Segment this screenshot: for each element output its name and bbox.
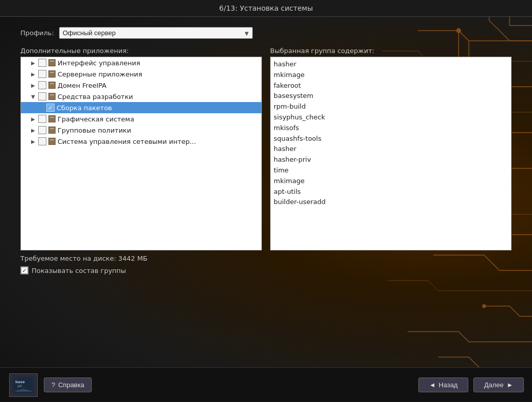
tree-item-pkgbuild[interactable]: ✓ Сборка пакетов <box>21 102 261 113</box>
expand-arrow-gui: ▶ <box>31 116 38 122</box>
pkg-icon-netmgmt <box>48 138 56 145</box>
item-text-pkgbuild: Сборка пакетов <box>57 104 112 112</box>
help-button[interactable]: ? Справка <box>44 378 92 392</box>
package-item: mkimage <box>273 70 509 81</box>
tree-item-netmgmt[interactable]: ▶ Система управления сетевыми интер... <box>21 136 261 147</box>
package-item: builder-useradd <box>273 197 509 208</box>
profile-select[interactable]: Офисный сервер Рабочая станция Сервер <box>59 27 253 39</box>
expand-arrow-mgmt: ▶ <box>31 60 38 66</box>
checkbox-pkgbuild: ✓ <box>46 104 55 112</box>
tree-item-mgmt[interactable]: ▶ Интерфейс управления <box>21 57 261 68</box>
checkbox-grouppol <box>38 126 46 134</box>
tree-item-gui[interactable]: ▶ Графическая система <box>21 113 261 124</box>
expand-arrow-freeipa: ▶ <box>31 83 38 88</box>
pkg-icon-mgmt <box>48 59 56 66</box>
tree-item-devtools[interactable]: ▼ Средства разработки <box>21 91 261 102</box>
tree-item-grouppol[interactable]: ▶ Групповые политики <box>21 124 261 136</box>
checkbox-gui <box>38 115 46 123</box>
columns-wrapper: Дополнительные приложения: ▶ Интерфейс у… <box>20 47 512 250</box>
checkbox-mgmt <box>38 59 46 67</box>
package-item: mkimage <box>273 176 509 187</box>
expand-arrow-devtools: ▼ <box>31 94 38 99</box>
svg-text:base: base <box>15 380 25 384</box>
package-item: fakeroot <box>273 81 509 91</box>
package-item: rpm-build <box>273 102 509 112</box>
item-text-devtools: Средства разработки <box>58 93 133 100</box>
right-panel: Выбранная группа содержит: hashermkimage… <box>270 47 512 250</box>
title-bar: 6/13: Установка системы <box>0 0 532 17</box>
left-panel: Дополнительные приложения: ▶ Интерфейс у… <box>20 47 262 250</box>
show-group-checkbox[interactable]: ✓ <box>20 266 29 274</box>
pkg-icon-freeipa <box>48 82 56 89</box>
package-item: hasher <box>273 144 509 155</box>
item-text-grouppol: Групповые политики <box>58 127 131 134</box>
disk-space-text: Требуемое место на диске: 3442 МБ <box>20 255 147 262</box>
item-text-gui: Графическая система <box>58 115 134 123</box>
help-icon: ? <box>51 381 55 389</box>
show-group-row: ✓ Показывать состав группы <box>20 266 512 274</box>
tree-item-srv[interactable]: ▶ Серверные приложения <box>21 68 261 80</box>
package-item: basesystem <box>273 91 509 102</box>
logo-area: base alt <box>8 372 39 398</box>
next-label: Далее <box>484 381 503 389</box>
checkbox-freeipa <box>38 81 46 89</box>
tree-list[interactable]: ▶ Интерфейс управления ▶ Серверные прило… <box>20 57 262 250</box>
selected-group-label: Выбранная группа содержит: <box>270 47 512 55</box>
item-text-netmgmt: Система управления сетевыми интер... <box>58 138 196 145</box>
window-title: 6/13: Установка системы <box>219 4 313 12</box>
back-label: Назад <box>439 381 458 389</box>
next-button[interactable]: Далее ► <box>473 378 524 392</box>
svg-text:alt: alt <box>17 384 22 388</box>
disk-space-row: Требуемое место на диске: 3442 МБ <box>20 255 512 262</box>
item-text-freeipa: Домен FreeIPA <box>58 82 107 89</box>
package-item: squashfs-tools <box>273 134 509 144</box>
pkg-icon-grouppol <box>48 127 56 134</box>
pkg-icon-gui <box>48 115 56 122</box>
package-item: hasher-priv <box>273 155 509 165</box>
packages-list: hashermkimagefakerootbasesystemrpm-build… <box>270 57 512 250</box>
item-text-mgmt: Интерфейс управления <box>58 59 140 67</box>
expand-arrow-srv: ▶ <box>31 71 38 77</box>
item-text-srv: Серверные приложения <box>58 70 142 78</box>
content-area: Профиль: Офисный сервер Рабочая станция … <box>0 17 532 367</box>
checkbox-netmgmt <box>38 137 46 145</box>
back-button[interactable]: ◄ Назад <box>418 378 468 392</box>
pkg-icon-devtools <box>48 93 56 100</box>
logo-svg: base alt <box>13 377 34 393</box>
bottom-bar: base alt ? Справка ◄ Назад Далее ► <box>0 367 532 402</box>
additional-apps-label: Дополнительные приложения: <box>20 47 262 55</box>
profile-label: Профиль: <box>20 29 54 37</box>
main-container: 6/13: Установка системы Профиль: Офисный… <box>0 0 532 402</box>
expand-arrow-netmgmt: ▶ <box>31 139 38 144</box>
next-icon: ► <box>507 381 513 389</box>
expand-arrow-pkgbuild <box>39 105 46 111</box>
logo-box: base alt <box>9 373 38 397</box>
profile-select-wrapper: Офисный сервер Рабочая станция Сервер <box>59 27 253 39</box>
checkbox-devtools <box>38 92 46 100</box>
help-label: Справка <box>58 381 84 389</box>
show-group-label: Показывать состав группы <box>32 267 126 274</box>
package-item: apt-utils <box>273 187 509 197</box>
package-item: sisyphus_check <box>273 112 509 123</box>
pkg-icon-srv <box>48 70 56 78</box>
package-item: hasher <box>273 59 509 70</box>
expand-arrow-grouppol: ▶ <box>31 128 38 133</box>
checkbox-srv <box>38 70 46 78</box>
package-item: time <box>273 165 509 176</box>
tree-item-freeipa[interactable]: ▶ Домен FreeIPA <box>21 80 261 91</box>
package-item: mkisofs <box>273 123 509 134</box>
profile-row: Профиль: Офисный сервер Рабочая станция … <box>20 27 512 39</box>
back-icon: ◄ <box>429 381 436 389</box>
